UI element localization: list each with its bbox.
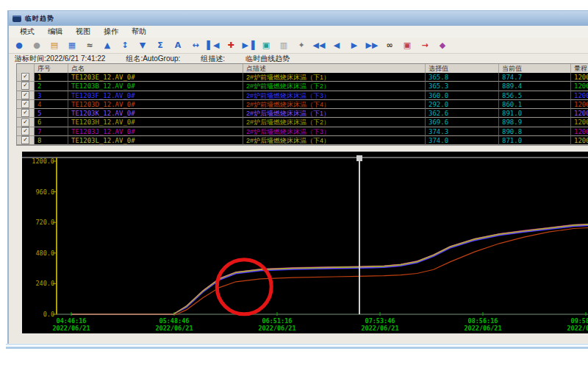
trend-chart-panel: 1200.0960.0720.0480.0240.00.004:46:16202… — [22, 152, 588, 333]
copy-icon[interactable]: ▥ — [276, 38, 291, 52]
current-value: 890.8 — [499, 127, 571, 136]
tag-name: TE1203B_12.AV_0# — [68, 82, 243, 91]
tag-table: 序号点名点描述选择值当前值量程 ✓1TE1203E_12.AV_0#2#炉前墙燃… — [16, 63, 588, 146]
export-icon[interactable]: → — [417, 38, 432, 52]
title-bar[interactable]: 临时趋势 — [9, 11, 588, 26]
curve-mode-icon[interactable]: ≈ — [82, 38, 97, 52]
row-visibility-checkbox[interactable]: ✓ — [21, 136, 29, 144]
x-tick-time-label: 04:46:16 — [57, 317, 87, 325]
current-value: 871.0 — [499, 136, 571, 145]
checkbox-cell: ✓ — [17, 100, 35, 109]
series-line-TE1203H_12.AV_0# — [71, 224, 588, 315]
pointer-icon[interactable]: A — [171, 38, 185, 52]
selected-value: 374.0 — [426, 136, 499, 145]
step-forward-icon[interactable]: ▶ — [347, 38, 362, 52]
menu-item-1[interactable]: 编辑 — [41, 26, 69, 37]
checkbox-cell: ✓ — [17, 136, 35, 145]
row-visibility-checkbox[interactable]: ✓ — [21, 82, 29, 90]
search-binoculars-icon[interactable]: ∞ — [382, 38, 397, 52]
toolbar: ●●▤▦≈▲↕▼ΣA↔▌◀✚▶▐▣▥✦◀◀◀▶▶▶∞▣→◆ — [9, 38, 588, 54]
settings-tools-icon[interactable]: ✦ — [294, 38, 309, 52]
checkbox-cell: ✓ — [17, 73, 35, 82]
current-value: 898.9 — [499, 118, 571, 127]
menu-item-4[interactable]: 帮助 — [125, 26, 153, 37]
current-value: 860.1 — [499, 100, 571, 109]
column-header-6: 量程 — [571, 64, 588, 73]
trend-chart-svg: 1200.0960.0720.0480.0240.00.004:46:16202… — [22, 152, 588, 333]
row-visibility-checkbox[interactable]: ✓ — [21, 127, 29, 135]
pause-icon[interactable]: ● — [29, 38, 44, 52]
time-cursor-handle[interactable] — [356, 155, 362, 161]
tag-table-body: ✓1TE1203E_12.AV_0#2#炉前墙燃烧床床温（下1）365.8874… — [17, 73, 588, 145]
row-visibility-checkbox[interactable]: ✓ — [21, 73, 29, 81]
open-group-icon[interactable]: ▤ — [47, 38, 62, 52]
row-visibility-checkbox[interactable]: ✓ — [21, 118, 29, 127]
row-visibility-checkbox[interactable]: ✓ — [21, 91, 29, 99]
checkbox-cell: ✓ — [17, 118, 35, 127]
row-number: 5 — [35, 109, 68, 118]
x-tick-time-label: 08:56:16 — [468, 317, 498, 325]
range-value: 1200.0 — [571, 91, 588, 100]
fast-forward-icon[interactable]: ▶▶ — [365, 38, 379, 52]
selected-value: 292.0 — [426, 100, 499, 109]
add-cursor-icon[interactable]: ✚ — [223, 38, 238, 52]
status-line: 游标时间:2022/6/21 7:41:22 组名:AutoGroup: 组描述… — [15, 54, 588, 63]
selected-value: 369.6 — [426, 118, 499, 127]
tag-table-header: 序号点名点描述选择值当前值量程 — [17, 64, 588, 73]
window-bottom-edge-inner — [6, 347, 588, 349]
menu-item-2[interactable]: 视图 — [69, 26, 97, 37]
table-row[interactable]: ✓6TE1203H_12.AV_0#2#炉后墙燃烧床床温（下2）369.6898… — [17, 118, 588, 127]
table-row[interactable]: ✓4TE1203D_12.AV_0#2#炉前墙燃烧床床温（下4）292.0860… — [17, 100, 588, 109]
x-tick-time-label: 06:51:16 — [262, 317, 293, 325]
window-title: 临时趋势 — [25, 14, 54, 24]
page-left-icon[interactable]: ▌◀ — [206, 38, 220, 52]
row-visibility-checkbox[interactable]: ✓ — [21, 100, 29, 108]
menu-item-3[interactable]: 操作 — [97, 26, 125, 37]
data-grid-icon[interactable]: ▦ — [65, 38, 79, 52]
snapshot-icon[interactable]: ▣ — [259, 38, 273, 52]
row-visibility-checkbox[interactable]: ✓ — [21, 109, 29, 117]
x-tick-time-label: 05:48:46 — [159, 317, 190, 325]
checkbox-cell: ✓ — [17, 91, 35, 100]
group-desc-value: 临时曲线趋势 — [245, 54, 290, 64]
table-row[interactable]: ✓1TE1203E_12.AV_0#2#炉前墙燃烧床床温（下1）365.8874… — [17, 73, 588, 82]
checkbox-cell: ✓ — [17, 127, 35, 136]
table-row[interactable]: ✓2TE1203B_12.AV_0#2#炉前墙燃烧床床温（下2）365.3889… — [17, 82, 588, 91]
step-backward-icon[interactable]: ◀ — [329, 38, 344, 52]
table-row[interactable]: ✓3TE1203F_12.AV_0#2#炉前墙燃烧床床温（下3）360.0856… — [17, 91, 588, 100]
range-value: 1200.0 — [571, 127, 588, 136]
row-number: 6 — [35, 118, 68, 127]
tag-name: TE1203L_12.AV_0# — [68, 136, 243, 145]
auto-scale-icon[interactable]: Σ — [153, 38, 168, 52]
table-row[interactable]: ✓7TE1203J_12.AV_0#2#炉后墙燃烧床床温（下3）374.3890… — [17, 127, 588, 136]
print-color-icon[interactable]: ◆ — [435, 38, 450, 52]
menu-item-0[interactable]: 模式 — [13, 26, 41, 37]
table-row[interactable]: ✓8TE1203L_12.AV_0#2#炉后墙燃烧床床温（下4）374.0871… — [17, 136, 588, 145]
row-number: 1 — [35, 73, 68, 82]
cursor-time-label: 游标时间:2022/6/21 7:41:22 — [15, 54, 105, 64]
y-tick-label: 0.0 — [43, 311, 54, 318]
tag-description: 2#炉前墙燃烧床床温（下4） — [243, 100, 426, 109]
table-row[interactable]: ✓5TE1203K_12.AV_0#2#炉后墙燃烧床床温（下1）362.6891… — [17, 109, 588, 118]
print-icon[interactable]: ▣ — [400, 38, 415, 52]
time-span-icon[interactable]: ↔ — [188, 38, 203, 52]
scale-down-icon[interactable]: ▼ — [135, 38, 150, 52]
x-tick-time-label: 07:53:46 — [365, 317, 395, 325]
tag-name: TE1203K_12.AV_0# — [68, 109, 243, 118]
page-right-icon[interactable]: ▶▐ — [241, 38, 256, 52]
x-tick-date-label: 2022/06/21 — [52, 325, 90, 332]
current-value: 874.7 — [499, 73, 571, 82]
fast-backward-icon[interactable]: ◀◀ — [312, 38, 326, 52]
row-number: 2 — [35, 82, 68, 91]
scale-reset-icon[interactable]: ↕ — [118, 38, 132, 52]
current-value: 889.4 — [499, 82, 571, 91]
menu-bar: 模式编辑视图操作帮助 — [9, 26, 588, 38]
row-number: 3 — [35, 91, 68, 100]
scale-up-icon[interactable]: ▲ — [100, 38, 115, 52]
checkbox-cell: ✓ — [17, 82, 35, 91]
x-tick-date-label: 2022/06/21 — [567, 325, 588, 332]
realtime-clock-icon[interactable]: ● — [12, 38, 26, 52]
column-header-5: 当前值 — [499, 64, 571, 73]
range-value: 1200.0 — [571, 82, 588, 91]
x-tick-date-label: 2022/06/21 — [258, 325, 295, 332]
